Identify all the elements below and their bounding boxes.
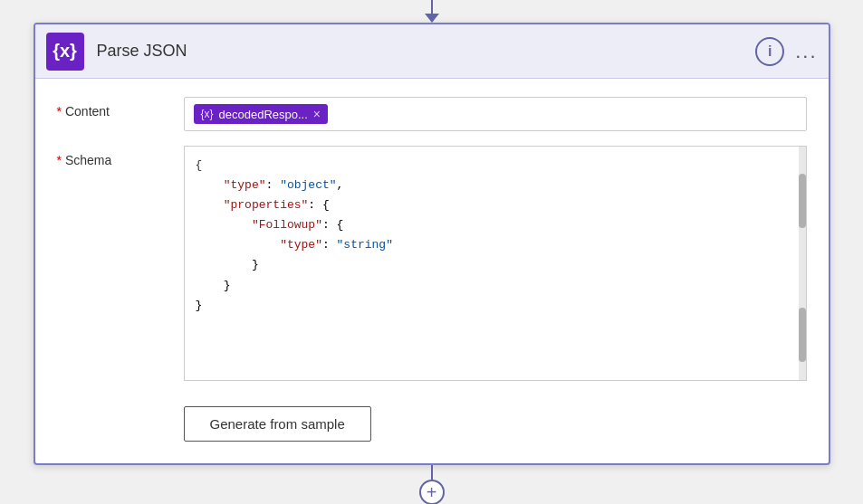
workflow-container: {x} Parse JSON i ... *Content {x} deco — [34, 0, 830, 504]
more-options-button[interactable]: ... — [795, 40, 817, 63]
content-label: *Content — [57, 97, 184, 119]
json-line-5: "type": "string" — [196, 235, 795, 255]
plus-icon: + — [427, 482, 437, 503]
scrollbar-thumb-top[interactable] — [799, 174, 806, 228]
header-icon-box: {x} — [46, 33, 84, 71]
content-control[interactable]: {x} decodedRespo... × — [184, 97, 807, 131]
parse-json-card: {x} Parse JSON i ... *Content {x} deco — [34, 23, 830, 465]
card-title: Parse JSON — [97, 42, 756, 61]
json-line-8: } — [196, 296, 795, 316]
scrollbar-thumb-bottom[interactable] — [799, 308, 806, 362]
card-header: {x} Parse JSON i ... — [35, 24, 829, 79]
schema-json-editor[interactable]: { "type": "object", "properties": { "Fol… — [184, 146, 807, 381]
token-icon: {x} — [201, 108, 214, 120]
connector-line-bottom — [431, 465, 433, 480]
json-line-2: "type": "object", — [196, 176, 795, 195]
scrollbar-track — [799, 147, 806, 380]
token-text: decodedRespo... — [219, 108, 308, 121]
json-line-7: } — [196, 276, 795, 296]
generate-btn-wrapper: Generate from sample — [57, 395, 807, 442]
generate-from-sample-button[interactable]: Generate from sample — [184, 406, 371, 442]
json-line-1: { — [196, 156, 795, 176]
content-required-star: * — [57, 104, 62, 119]
add-step-button[interactable]: + — [419, 480, 445, 504]
schema-required-star: * — [57, 153, 62, 167]
content-field-row: *Content {x} decodedRespo... × — [57, 97, 807, 131]
schema-field-row: *Schema { "type": "object", "properties"… — [57, 146, 807, 381]
info-button[interactable]: i — [755, 37, 784, 66]
json-line-6: } — [196, 255, 795, 275]
connector-top — [425, 0, 439, 23]
header-actions: i ... — [755, 37, 817, 66]
content-token-input[interactable]: {x} decodedRespo... × — [184, 97, 807, 131]
decoded-response-token[interactable]: {x} decodedRespo... × — [194, 104, 329, 124]
schema-label: *Schema — [57, 146, 184, 167]
connector-bottom: + — [419, 465, 445, 504]
connector-arrow-icon — [425, 14, 439, 23]
json-line-3: "properties": { — [196, 195, 795, 215]
header-icon: {x} — [53, 41, 77, 62]
connector-line-top — [431, 0, 433, 14]
card-body: *Content {x} decodedRespo... × *Schema — [35, 79, 829, 463]
schema-control[interactable]: { "type": "object", "properties": { "Fol… — [184, 146, 807, 381]
json-line-4: "Followup": { — [196, 215, 795, 235]
token-close-button[interactable]: × — [313, 107, 321, 121]
